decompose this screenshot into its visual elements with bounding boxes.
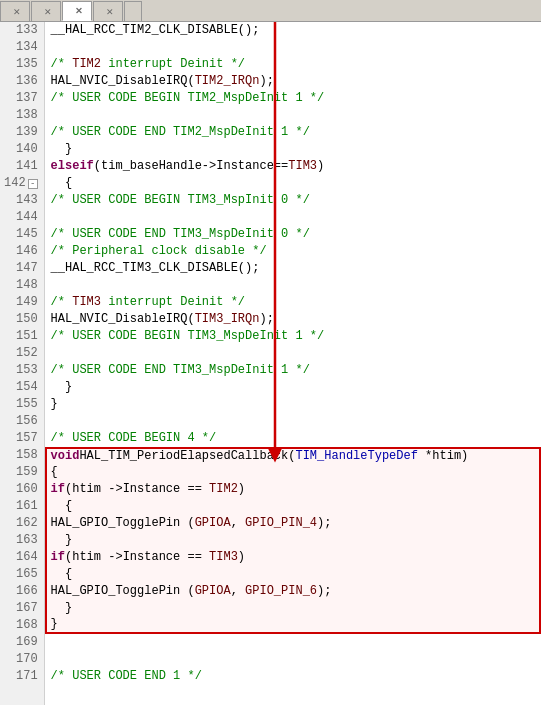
- tab-close-icon[interactable]: ✕: [75, 6, 83, 16]
- table-row: }: [45, 600, 541, 617]
- tab-close-icon[interactable]: ✕: [106, 7, 114, 17]
- code-area: 133134135136137138139140141142-143144145…: [0, 22, 541, 705]
- table-row: void HAL_TIM_PeriodElapsedCallback(TIM_H…: [45, 447, 541, 464]
- table-row: /* Peripheral clock disable */: [45, 243, 541, 260]
- line-number: 141: [0, 158, 44, 175]
- tab-it-c[interactable]: ✕: [93, 1, 123, 21]
- table-row: else if(tim_baseHandle->Instance==TIM3): [45, 158, 541, 175]
- line-number: 148: [0, 277, 44, 294]
- table-row: /* USER CODE END 1 */: [45, 668, 541, 685]
- line-number: 137: [0, 90, 44, 107]
- table-row: /* USER CODE BEGIN TIM2_MspDeInit 1 */: [45, 90, 541, 107]
- line-number: 147: [0, 260, 44, 277]
- table-row: {: [45, 566, 541, 583]
- line-number: 155: [0, 396, 44, 413]
- table-row: [45, 413, 541, 430]
- line-number: 168: [0, 617, 44, 634]
- table-row: [45, 634, 541, 651]
- line-number: 138: [0, 107, 44, 124]
- table-row: [45, 345, 541, 362]
- line-number: 143: [0, 192, 44, 209]
- tab-close-icon[interactable]: ✕: [13, 7, 21, 17]
- table-row: /* TIM2 interrupt Deinit */: [45, 56, 541, 73]
- table-row: __HAL_RCC_TIM2_CLK_DISABLE();: [45, 22, 541, 39]
- table-row: }: [45, 396, 541, 413]
- table-row: HAL_NVIC_DisableIRQ(TIM3_IRQn);: [45, 311, 541, 328]
- line-number: 153: [0, 362, 44, 379]
- table-row: [45, 39, 541, 56]
- line-number: 164: [0, 549, 44, 566]
- line-number: 152: [0, 345, 44, 362]
- table-row: HAL_GPIO_TogglePin (GPIOA, GPIO_PIN_6);: [45, 583, 541, 600]
- table-row: /* USER CODE BEGIN 4 */: [45, 430, 541, 447]
- line-number: 150: [0, 311, 44, 328]
- tab-hal-gpio[interactable]: ✕: [31, 1, 61, 21]
- table-row: {: [45, 175, 541, 192]
- line-number: 133: [0, 22, 44, 39]
- line-number: 157: [0, 430, 44, 447]
- tab-tim-c[interactable]: ✕: [62, 1, 92, 21]
- line-number: 171: [0, 668, 44, 685]
- line-number: 160: [0, 481, 44, 498]
- table-row: }: [45, 379, 541, 396]
- tab-close-icon[interactable]: ✕: [44, 7, 52, 17]
- line-number: 163: [0, 532, 44, 549]
- line-number: 144: [0, 209, 44, 226]
- table-row: {: [45, 498, 541, 515]
- line-number: 158: [0, 447, 44, 464]
- line-number: 135: [0, 56, 44, 73]
- line-number: 142-: [0, 175, 44, 192]
- line-number: 140: [0, 141, 44, 158]
- table-row: }: [45, 532, 541, 549]
- table-row: if(htim ->Instance == TIM3): [45, 549, 541, 566]
- table-row: }: [45, 141, 541, 158]
- line-number: 170: [0, 651, 44, 668]
- table-row: /* USER CODE END TIM2_MspDeInit 1 */: [45, 124, 541, 141]
- table-row: [45, 277, 541, 294]
- line-number: 154: [0, 379, 44, 396]
- table-row: {: [45, 464, 541, 481]
- line-number: 169: [0, 634, 44, 651]
- line-number: 145: [0, 226, 44, 243]
- table-row: [45, 651, 541, 668]
- line-number: 162: [0, 515, 44, 532]
- table-row: HAL_GPIO_TogglePin (GPIOA, GPIO_PIN_4);: [45, 515, 541, 532]
- tab-bar: ✕ ✕ ✕ ✕: [0, 0, 541, 22]
- line-number: 139: [0, 124, 44, 141]
- table-row: }: [45, 617, 541, 634]
- line-number: 156: [0, 413, 44, 430]
- table-row: /* TIM3 interrupt Deinit */: [45, 294, 541, 311]
- table-row: /* USER CODE BEGIN TIM3_MspInit 0 */: [45, 192, 541, 209]
- line-numbers: 133134135136137138139140141142-143144145…: [0, 22, 45, 705]
- table-row: [45, 209, 541, 226]
- line-number: 159: [0, 464, 44, 481]
- tab-hal-tim[interactable]: [124, 1, 142, 21]
- line-number: 166: [0, 583, 44, 600]
- table-row: [45, 107, 541, 124]
- line-number: 136: [0, 73, 44, 90]
- code-content[interactable]: __HAL_RCC_TIM2_CLK_DISABLE(); /* TIM2 in…: [45, 22, 541, 705]
- line-number: 165: [0, 566, 44, 583]
- table-row: if(htim ->Instance == TIM2): [45, 481, 541, 498]
- table-row: /* USER CODE END TIM3_MspDeInit 1 */: [45, 362, 541, 379]
- table-row: /* USER CODE END TIM3_MspDeInit 0 */: [45, 226, 541, 243]
- line-number: 146: [0, 243, 44, 260]
- line-number: 161: [0, 498, 44, 515]
- line-number: 134: [0, 39, 44, 56]
- table-row: HAL_NVIC_DisableIRQ(TIM2_IRQn);: [45, 73, 541, 90]
- tab-main-c[interactable]: ✕: [0, 1, 30, 21]
- line-number: 151: [0, 328, 44, 345]
- line-number: 149: [0, 294, 44, 311]
- line-number: 167: [0, 600, 44, 617]
- fold-marker[interactable]: -: [28, 179, 38, 189]
- table-row: /* USER CODE BEGIN TIM3_MspDeInit 1 */: [45, 328, 541, 345]
- table-row: __HAL_RCC_TIM3_CLK_DISABLE();: [45, 260, 541, 277]
